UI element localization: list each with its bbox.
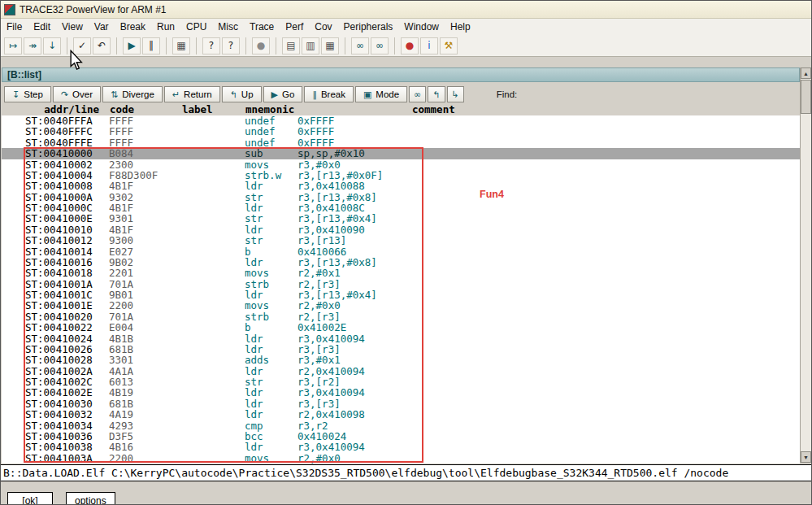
tools-icon[interactable]: ⚒: [440, 37, 458, 54]
disassembly-row[interactable]: ST:00410028 3301 adds r3,#0x1: [2, 355, 800, 365]
menu-item-peripherals[interactable]: Peripherals: [338, 19, 399, 35]
disassembly-row[interactable]: ST:00410026 681B ldr r3,[r3]: [2, 344, 800, 355]
disassembly-row[interactable]: ST:0040FFFA FFFF undef 0xFFFF: [2, 115, 800, 126]
row-code: 9300: [109, 235, 133, 246]
row-mnemonic: b: [245, 246, 251, 257]
options-softkey-button[interactable]: options: [66, 492, 115, 505]
break-button[interactable]: ‖Break: [304, 86, 354, 102]
disassembly-row[interactable]: ST:0041003A 2200 movs r2,#0x0: [2, 453, 800, 464]
context-help-icon[interactable]: ?: [222, 37, 240, 54]
disassembly-row[interactable]: ST:00410032 4A19 ldr r2,0x410098: [2, 409, 800, 420]
list-dump-button[interactable]: ∞: [409, 86, 426, 102]
disassembly-row[interactable]: ST:00410022 E004 b 0x41002E: [2, 322, 800, 333]
peripherals-view-icon[interactable]: ▦: [321, 37, 339, 54]
symbol-info-icon[interactable]: i: [420, 37, 438, 54]
menu-item-misc[interactable]: Misc: [212, 19, 244, 35]
disassembly-row[interactable]: ST:0041001E 2200 movs r2,#0x0: [2, 300, 800, 311]
vertical-scrollbar[interactable]: ▲ ▼: [800, 67, 811, 463]
ok-softkey-button[interactable]: [ok]: [7, 492, 53, 505]
disassembly-row[interactable]: ST:0041000A 9302 str r3,[r13,#0x8]: [2, 192, 800, 202]
step-icon[interactable]: ↦: [4, 37, 22, 54]
break-icon[interactable]: ‖: [142, 37, 160, 54]
prev-location-button[interactable]: ↰: [428, 86, 445, 102]
disassembly-row[interactable]: ST:00410024 4B1B ldr r3,0x410094: [2, 333, 800, 344]
menu-item-cpu[interactable]: CPU: [180, 19, 212, 35]
disassembly-row[interactable]: ST:00410010 4B1F ldr r3,0x410090: [2, 224, 800, 235]
menu-item-trace[interactable]: Trace: [244, 19, 280, 35]
find-input[interactable]: [519, 88, 640, 101]
disassembly-row[interactable]: ST:00410012 9300 str r3,[r13]: [2, 235, 800, 246]
disassembly-row[interactable]: ST:0041001C 9B01 ldr r3,[r13,#0x4]: [2, 290, 800, 300]
record-icon[interactable]: ●: [252, 37, 270, 54]
row-mnemonic: ldr: [245, 442, 263, 452]
scroll-up-arrow-icon[interactable]: ▲: [801, 67, 811, 79]
help-icon[interactable]: ?: [202, 37, 220, 54]
next-location-button[interactable]: ↳: [447, 86, 464, 102]
disassembly-row[interactable]: ST:00410020 701A strb r2,[r3]: [2, 311, 800, 322]
data-dump-icon[interactable]: ∞: [351, 37, 369, 54]
breakpoints-icon[interactable]: ●: [401, 37, 419, 54]
memory-view-icon[interactable]: ▥: [302, 37, 319, 54]
row-mnemonic: b: [245, 322, 251, 333]
go-icon[interactable]: ▶: [123, 37, 141, 54]
mode-button[interactable]: ▣Mode: [355, 86, 407, 102]
row-code: 4B1B: [109, 333, 133, 344]
list-window-caption[interactable]: [B::list]: [2, 67, 800, 82]
step-into-icon[interactable]: ↓: [43, 37, 61, 54]
disassembly-row[interactable]: ST:0041002E 4B19 ldr r3,0x410094: [2, 387, 800, 398]
menu-item-help[interactable]: Help: [445, 19, 476, 35]
disassembly-row[interactable]: ST:00410030 681B ldr r3,[r3]: [2, 398, 800, 409]
menu-item-break[interactable]: Break: [115, 19, 151, 35]
disassembly-row[interactable]: ST:00410014 E027 b 0x410066: [2, 246, 800, 257]
diverge-button[interactable]: ⇅Diverge: [102, 86, 163, 102]
disassembly-row[interactable]: ST:00410034 4293 cmp r3,r2: [2, 420, 800, 431]
row-code: E027: [109, 246, 133, 257]
disassembly-row[interactable]: ST:00410036 D3F5 bcc 0x410024: [2, 431, 800, 442]
row-code: 4B16: [109, 442, 133, 452]
disassembly-row[interactable]: ST:0040FFFE FFFF undef 0xFFFF: [2, 137, 800, 148]
menu-item-var[interactable]: Var: [89, 19, 115, 35]
menu-bar: FileEditViewVarBreakRunCPUMiscTracePerfC…: [1, 19, 811, 35]
disassembly-row[interactable]: ST:0041002C 6013 str r3,[r2]: [2, 377, 800, 387]
toolbar-separator: [162, 37, 167, 54]
disassembly-row[interactable]: ST:00410016 9B02 ldr r3,[r13,#0x8]: [2, 257, 800, 268]
disassembly-row[interactable]: ST:0040FFFC FFFF undef 0xFFFF: [2, 126, 800, 137]
up-label: Up: [241, 89, 254, 99]
menu-item-edit[interactable]: Edit: [28, 19, 56, 35]
scroll-down-arrow-icon[interactable]: ▼: [801, 451, 811, 463]
command-line-input[interactable]: B::Data.LOAD.Elf C:\KerryPC\autocode\Pra…: [1, 464, 811, 481]
menu-item-perf[interactable]: Perf: [280, 19, 309, 35]
row-mnemonic: ldr: [245, 387, 263, 398]
list-toolbar-buttons: ↧Step↷Over⇅Diverge↵Return↰Up▶Go‖Break▣Mo…: [2, 85, 800, 104]
disassembly-row[interactable]: ST:00410038 4B16 ldr r3,0x410094: [2, 442, 800, 452]
menu-item-cov[interactable]: Cov: [309, 19, 337, 35]
undo-icon[interactable]: ↶: [93, 37, 111, 54]
go-button[interactable]: ▶Go: [263, 86, 303, 102]
disassembly-row[interactable]: ST:00410000 B084 sub sp,sp,#0x10: [2, 148, 800, 159]
disassembly-row[interactable]: ST:00410018 2201 movs r2,#0x1: [2, 268, 800, 278]
disassembly-row[interactable]: ST:00410002 2300 movs r3,#0x0: [2, 159, 800, 170]
step-button[interactable]: ↧Step: [4, 86, 51, 102]
up-icon: ↰: [230, 89, 237, 100]
disassembly-row[interactable]: ST:00410008 4B1F ldr r3,0x410088: [2, 181, 800, 191]
menu-item-window[interactable]: Window: [398, 19, 445, 35]
over-button[interactable]: ↷Over: [53, 86, 101, 102]
diverge-label: Diverge: [122, 89, 154, 99]
disassembly-row[interactable]: ST:0041002A 4A1A ldr r2,0x410094: [2, 366, 800, 377]
data-view-icon[interactable]: ∞: [371, 37, 389, 54]
disassembly-row[interactable]: ST:0041000E 9301 str r3,[r13,#0x4]: [2, 213, 800, 224]
return-button[interactable]: ↵Return: [164, 86, 220, 102]
step-over-icon[interactable]: ↠: [24, 37, 41, 54]
up-button[interactable]: ↰Up: [222, 86, 262, 102]
menu-item-run[interactable]: Run: [151, 19, 180, 35]
row-code: 4A19: [109, 409, 133, 420]
ok-check-icon[interactable]: ✓: [73, 37, 91, 54]
list-icon[interactable]: ▦: [172, 37, 190, 54]
registers-view-icon[interactable]: ▤: [282, 37, 300, 54]
disassembly-row[interactable]: ST:00410004 F88D300F strb.w r3,[r13,#0x0…: [2, 170, 800, 181]
menu-item-file[interactable]: File: [1, 19, 28, 35]
disassembly-row[interactable]: ST:0041001A 701A strb r2,[r3]: [2, 279, 800, 290]
menu-item-view[interactable]: View: [56, 19, 89, 35]
scrollbar-thumb[interactable]: [801, 80, 811, 114]
disassembly-row[interactable]: ST:0041000C 4B1F ldr r3,0x41008C: [2, 202, 800, 213]
